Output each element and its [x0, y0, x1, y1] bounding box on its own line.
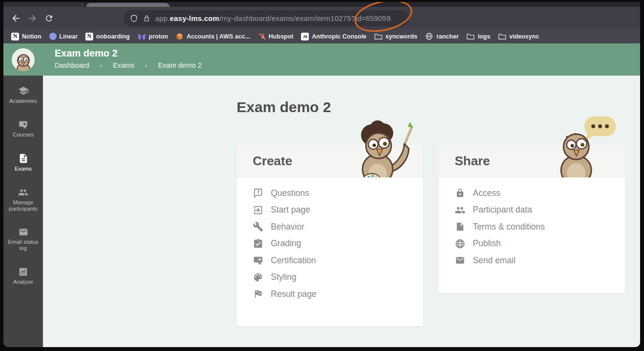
- browser-window: app.easy-lms.com/my-dashboard/exams/exam…: [3, 2, 640, 347]
- sidebar-item-label: Academies: [9, 98, 37, 104]
- folder-icon: [374, 33, 382, 40]
- bookmark-label: Linear: [60, 33, 78, 40]
- menu-item-label: Result page: [271, 289, 316, 299]
- globe-icon: [425, 32, 433, 40]
- back-button[interactable]: [7, 10, 24, 26]
- sidebar-item-academies[interactable]: Academies: [3, 85, 43, 104]
- forward-button[interactable]: [24, 10, 40, 26]
- proton-icon: [138, 33, 146, 40]
- page-header: Exam demo 2 Dashboard › Exams › Exam dem…: [43, 43, 640, 76]
- menu-item-grading[interactable]: Grading: [253, 235, 423, 253]
- menu-item-label: Questions: [271, 188, 309, 198]
- anthropic-icon: AI: [301, 33, 309, 40]
- bookmark-proton[interactable]: proton: [134, 31, 172, 42]
- sidebar-item-label: Courses: [13, 132, 34, 138]
- aws-cube-icon: [176, 33, 183, 40]
- bookmark-anthropic[interactable]: AI Anthropic Console: [297, 31, 370, 42]
- share-card-body: Access Participant data Terms & conditio…: [439, 177, 625, 269]
- breadcrumb-exams[interactable]: Exams: [113, 61, 134, 69]
- bookmark-aws[interactable]: Accounts | AWS acc...: [172, 31, 254, 42]
- lock-icon[interactable]: [143, 15, 150, 22]
- bookmark-label: rancher: [436, 33, 459, 40]
- enter-page-icon: [253, 205, 263, 215]
- app-sidebar: Academies ★ Courses Exams Manage partici…: [3, 43, 43, 347]
- svg-text:★: ★: [23, 122, 26, 126]
- menu-item-start-page[interactable]: Start page: [253, 202, 423, 219]
- sidebar-item-courses[interactable]: ★ Courses: [3, 119, 43, 138]
- sidebar-item-manage-participants[interactable]: Manage participants: [3, 187, 43, 212]
- page-content: Academies ★ Courses Exams Manage partici…: [3, 43, 640, 347]
- menu-item-behavior[interactable]: Behavior: [253, 218, 423, 235]
- share-card-title: Share: [439, 154, 490, 169]
- finish-flag-icon: [253, 289, 263, 299]
- sidebar-item-exams[interactable]: Exams: [3, 153, 43, 172]
- sidebar-item-analyze[interactable]: Analyze: [3, 267, 43, 285]
- bookmark-notion[interactable]: N Notion: [7, 31, 45, 42]
- menu-item-result-page[interactable]: Result page: [253, 286, 423, 303]
- notion-icon: N: [11, 33, 19, 40]
- share-card-header: Share: [439, 145, 625, 177]
- bookmark-label: logs: [478, 33, 490, 40]
- bookmark-label: onboarding: [96, 33, 130, 40]
- chart-icon: [18, 267, 29, 277]
- create-card-header: Create: [237, 145, 423, 177]
- folder-icon: [498, 33, 506, 40]
- document-icon: [18, 153, 29, 164]
- svg-text:?: ?: [257, 190, 260, 195]
- owl-avatar-icon: [14, 53, 33, 71]
- bookmark-linear[interactable]: Linear: [45, 31, 82, 42]
- tab-divider: [82, 2, 83, 7]
- reload-icon: [44, 14, 54, 23]
- people-icon: [455, 205, 465, 215]
- palette-icon: [253, 272, 263, 283]
- bookmark-syncwords[interactable]: syncwords: [370, 31, 421, 42]
- bookmark-videosync[interactable]: videosync: [494, 31, 543, 42]
- sidebar-item-label: Email status log: [3, 239, 43, 252]
- header-title: Exam demo 2: [55, 48, 640, 59]
- menu-item-certification[interactable]: ★ Certification: [253, 252, 423, 269]
- sidebar-item-label: Analyze: [13, 279, 33, 285]
- browser-toolbar: app.easy-lms.com/my-dashboard/exams/exam…: [3, 7, 640, 29]
- sidebar-item-label: Exams: [15, 166, 32, 172]
- menu-item-label: Grading: [271, 238, 301, 249]
- bookmarks-bar: N Notion Linear N onboarding proton Acco…: [3, 29, 640, 43]
- bookmark-label: proton: [149, 33, 168, 40]
- menu-item-send-email[interactable]: Send email: [455, 252, 625, 269]
- menu-item-questions[interactable]: ? Questions: [253, 185, 423, 202]
- share-card: Share Access Participant data Terms & co…: [439, 145, 625, 293]
- bookmark-label: syncwords: [385, 33, 417, 40]
- create-card: Create ? Questions Start page Behavior: [237, 145, 423, 326]
- sidebar-nav: Academies ★ Courses Exams Manage partici…: [3, 76, 43, 300]
- breadcrumb: Dashboard › Exams › Exam demo 2: [55, 61, 640, 69]
- chevron-right-icon: ›: [100, 62, 102, 69]
- menu-item-terms-conditions[interactable]: Terms & conditions: [455, 218, 625, 235]
- owl-avatar[interactable]: [12, 48, 35, 71]
- sidebar-item-label: Manage participants: [3, 199, 43, 212]
- main-area: Exam demo 2 Create ? Questions Start pag…: [43, 76, 640, 347]
- bookmark-onboarding[interactable]: N onboarding: [81, 31, 134, 42]
- bookmark-logs[interactable]: logs: [463, 31, 494, 42]
- forward-arrow-icon: [27, 13, 38, 23]
- tab-strip: [3, 2, 640, 7]
- bookmark-rancher[interactable]: rancher: [421, 31, 463, 42]
- sidebar-logo-area: [3, 43, 43, 76]
- menu-item-label: Send email: [473, 255, 516, 266]
- bookmark-hubspot[interactable]: Hubspot: [254, 31, 298, 42]
- notion-icon: N: [85, 33, 93, 40]
- linear-icon: [49, 33, 57, 40]
- chevron-right-icon: ›: [145, 62, 147, 69]
- menu-item-participant-data[interactable]: Participant data: [455, 202, 625, 219]
- reload-button[interactable]: [40, 10, 57, 26]
- menu-item-publish[interactable]: Publish: [455, 235, 625, 253]
- breadcrumb-dashboard[interactable]: Dashboard: [55, 61, 89, 69]
- certificate-icon: ★: [253, 255, 263, 266]
- wrench-icon: [253, 221, 263, 232]
- menu-item-label: Publish: [473, 238, 501, 249]
- graduation-cap-icon: [18, 85, 29, 96]
- sidebar-item-email-status-log[interactable]: Email status log: [3, 227, 43, 252]
- shield-icon[interactable]: [130, 14, 138, 22]
- menu-item-styling[interactable]: Styling: [253, 269, 423, 286]
- envelope-icon: [18, 227, 29, 237]
- menu-item-access[interactable]: Access: [455, 185, 625, 202]
- bookmark-label: Accounts | AWS acc...: [186, 33, 250, 40]
